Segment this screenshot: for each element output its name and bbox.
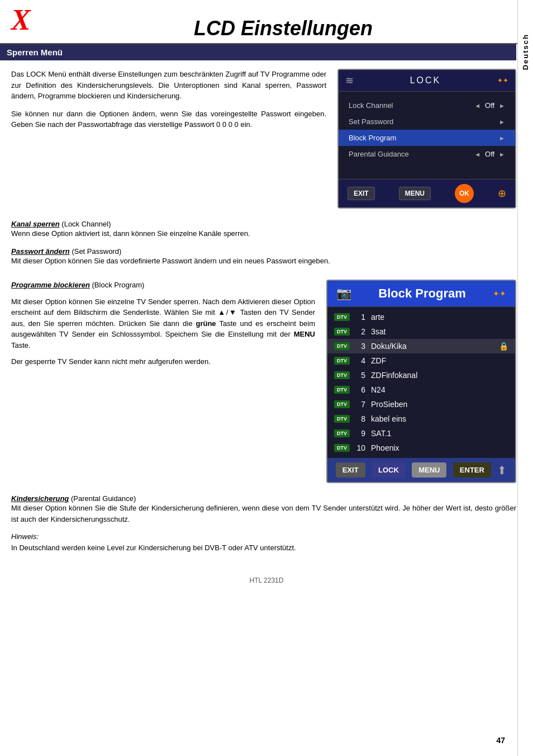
ch-name: ZDFinfokanal (371, 371, 508, 380)
menu-button[interactable]: MENU (399, 187, 431, 200)
tv-block-footer: EXIT LOCK MENU ENTER ⬆ (327, 458, 515, 482)
ch-num: 7 (355, 400, 365, 409)
channel-row-1[interactable]: DTV 1 arte (327, 310, 515, 324)
exit-button[interactable]: EXIT (336, 462, 365, 478)
ok-button[interactable]: OK (455, 184, 474, 203)
ch-name: 3sat (371, 327, 508, 336)
dtv-badge: DTV (334, 415, 350, 423)
menu-label: Block Program (349, 134, 499, 142)
dtv-badge: DTV (334, 400, 350, 408)
menu-item-set-password[interactable]: Set Password ► (339, 114, 515, 130)
arrow-left-icon: ◄ (474, 151, 480, 158)
menu-button[interactable]: MENU (412, 462, 446, 478)
parental-body: Mit dieser Option können Sie die Stufe d… (11, 503, 516, 525)
channel-row-3[interactable]: DTV 3 Doku/Kika 🔒 (327, 339, 515, 353)
channel-row-10[interactable]: DTV 10 Phoenix (327, 441, 515, 455)
menu-label: Parental Guidance (349, 150, 474, 158)
tv-lock-box: ≋ LOCK ✦✦ Lock Channel ◄ Off ► Set Passw… (337, 69, 516, 209)
ch-num: 4 (355, 356, 365, 365)
tv-stars: ✦✦ (497, 77, 508, 84)
block-title: Programme blockieren (11, 281, 90, 289)
menu-arrows: ◄ Off ► (474, 101, 505, 110)
ch-name: SAT.1 (371, 429, 508, 438)
section-header: Sperren Menü (0, 44, 516, 60)
tv-block-header: 📷 Block Program ✦✦ (327, 281, 515, 307)
model-label: HTL 2231D (250, 577, 284, 584)
block-subtitle: (Block Program) (92, 281, 145, 289)
channel-row-9[interactable]: DTV 9 SAT.1 (327, 426, 515, 441)
ch-num: 8 (355, 414, 365, 423)
dtv-badge: DTV (334, 313, 350, 321)
up-arrow-icon: ⬆ (497, 464, 507, 477)
ch-num: 1 (355, 313, 365, 322)
menu-label: Set Password (349, 117, 499, 126)
enter-button[interactable]: ENTER (453, 462, 491, 478)
menu-arrows: ◄ Off ► (474, 150, 505, 158)
tv-block-program-box: 📷 Block Program ✦✦ DTV 1 arte DTV 2 3sat… (326, 280, 516, 483)
camera-icon: 📷 (336, 286, 351, 301)
para2: Sie können nur dann die Optionen ändern,… (11, 108, 326, 130)
sec-note: Hinweis: In Deutschland werden keine Lev… (11, 531, 516, 553)
parental-title: Kindersicherung (11, 494, 69, 503)
block-para1: Mit dieser Option können Sie einzelne TV… (11, 296, 315, 351)
channel-row-2[interactable]: DTV 2 3sat (327, 324, 515, 339)
x-logo: X (11, 6, 31, 35)
channel-row-7[interactable]: DTV 7 ProSieben (327, 397, 515, 412)
arrow-left-icon: ◄ (474, 102, 480, 109)
ch-name: ZDF (371, 356, 508, 365)
block-header: Programme blockieren (Block Program) (11, 280, 315, 291)
subsec-title: Kanal sperren (11, 220, 60, 228)
menu-arrows: ► (499, 119, 505, 125)
bottom-sections: Kindersicherung (Parental Guidance) Mit … (0, 489, 533, 565)
arrow-right-icon: ► (499, 102, 505, 109)
nav-icon: ⊕ (498, 187, 506, 200)
menu-value: Off (483, 101, 497, 110)
subsec-body: Mit dieser Option können Sie das vordefi… (11, 256, 516, 267)
menu-item-block-program[interactable]: Block Program ► (339, 130, 515, 146)
subsec-body: Wenn diese Option aktiviert ist, dann kö… (11, 228, 516, 239)
dtv-badge: DTV (334, 444, 350, 452)
ch-name: kabel eins (371, 414, 508, 423)
page-title: LCD Einstellungen (34, 17, 533, 40)
subsec-subtitle: (Set Password) (72, 247, 121, 256)
tv-lock-title: LOCK (410, 75, 441, 86)
subsections: Kanal sperren (Lock Channel) Wenn diese … (0, 217, 533, 280)
channel-row-4[interactable]: DTV 4 ZDF (327, 353, 515, 368)
block-section: Programme blockieren (Block Program) Mit… (0, 280, 533, 489)
note-body: In Deutschland werden keine Level zur Ki… (11, 542, 516, 554)
channel-row-8[interactable]: DTV 8 kabel eins (327, 412, 515, 426)
page: X LCD Einstellungen Sperren Menü Das LOC… (0, 0, 533, 756)
lock-icon: 🔒 (499, 342, 508, 351)
menu-item-lock-channel[interactable]: Lock Channel ◄ Off ► (339, 97, 515, 114)
page-footer: HTL 2231D (0, 565, 533, 590)
page-number: 47 (496, 736, 505, 745)
subsec-subtitle: (Lock Channel) (61, 220, 111, 228)
menu-item-parental-guidance[interactable]: Parental Guidance ◄ Off ► (339, 146, 515, 162)
signal-icon: ≋ (345, 74, 354, 87)
tv-lock-menu: Lock Channel ◄ Off ► Set Password ► Bloc… (339, 92, 515, 168)
ch-name: N24 (371, 385, 508, 394)
section1-text: Das LOCK Menü enthält diverse Einstellun… (11, 69, 326, 137)
dtv-badge: DTV (334, 386, 350, 394)
ch-name: Doku/Kika (371, 342, 493, 351)
title-area: X LCD Einstellungen (0, 11, 533, 44)
tv-lock-footer: EXIT MENU OK ⊕ (339, 179, 515, 207)
tv-channel-list: DTV 1 arte DTV 2 3sat DTV 3 Doku/Kika 🔒 … (327, 307, 515, 458)
lock-button[interactable]: LOCK (372, 462, 406, 478)
subsec-title: Passwort ändern (11, 247, 70, 256)
subsec-lock-channel: Kanal sperren (Lock Channel) Wenn diese … (11, 220, 516, 239)
channel-row-5[interactable]: DTV 5 ZDFinfokanal (327, 368, 515, 382)
exit-button[interactable]: EXIT (348, 187, 375, 200)
sec-parental-guidance: Kindersicherung (Parental Guidance) Mit … (11, 494, 516, 525)
channel-row-6[interactable]: DTV 6 N24 (327, 382, 515, 397)
note-label: Hinweis: (11, 531, 516, 542)
dtv-badge: DTV (334, 429, 350, 437)
ch-num: 6 (355, 385, 365, 394)
dtv-badge: DTV (334, 357, 350, 365)
para1: Das LOCK Menü enthält diverse Einstellun… (11, 69, 326, 102)
ch-num: 9 (355, 429, 365, 438)
ch-name: ProSieben (371, 400, 508, 409)
ch-num: 3 (355, 342, 365, 351)
dtv-badge: DTV (334, 328, 350, 336)
menu-arrows: ► (499, 135, 505, 141)
